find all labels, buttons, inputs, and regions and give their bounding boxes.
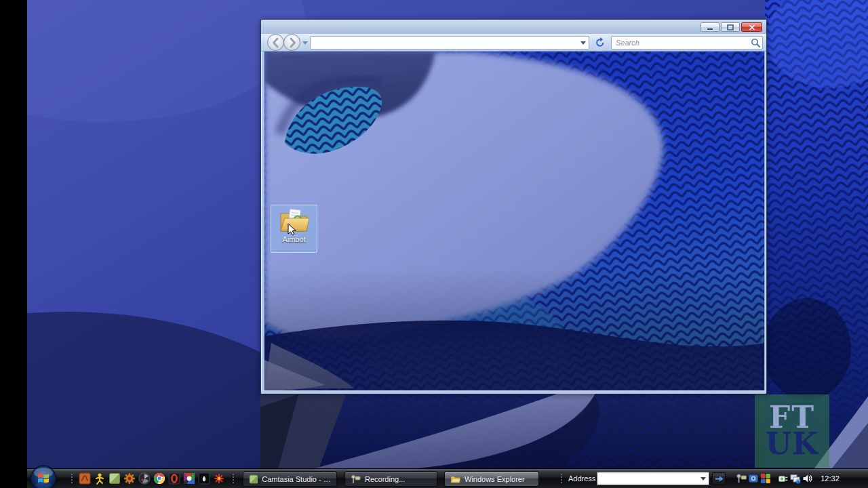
forward-arrow-icon <box>284 35 300 51</box>
minimize-icon <box>707 24 713 30</box>
address-input[interactable] <box>311 37 578 48</box>
minimize-button[interactable] <box>701 22 719 32</box>
flame-icon <box>198 472 210 485</box>
task-label: Recording... <box>365 475 405 483</box>
forward-button[interactable] <box>283 34 300 51</box>
taskbar-address-input[interactable] <box>597 473 698 484</box>
recent-pages-chevron-icon[interactable] <box>302 41 308 45</box>
webcam-tray-icon <box>748 473 759 484</box>
picasa-icon <box>183 472 195 485</box>
close-icon <box>749 24 755 30</box>
folder-icon-aimbot[interactable]: Aimbot <box>271 205 317 253</box>
gear-icon <box>123 472 136 485</box>
search-box <box>611 36 763 49</box>
refresh-icon <box>594 37 606 49</box>
taskbar-address-dropdown[interactable] <box>698 472 709 485</box>
quicklaunch-picasa[interactable] <box>183 472 195 485</box>
task-button-windows-explorer[interactable]: Windows Explorer <box>444 471 539 487</box>
power-plug-icon <box>778 473 789 484</box>
four-color-tray-icon <box>760 473 771 484</box>
quicklaunch-chrome[interactable] <box>153 472 165 485</box>
quicklaunch-shutter[interactable] <box>138 472 151 485</box>
maximize-button[interactable] <box>721 22 740 32</box>
back-button[interactable] <box>267 34 284 51</box>
task-label: Windows Explorer <box>465 475 525 483</box>
opera-icon <box>168 472 180 485</box>
quicklaunch-gear-tool[interactable] <box>123 472 136 485</box>
window-controls <box>701 22 762 32</box>
screen: FT UK <box>0 0 868 488</box>
quicklaunch-firework[interactable] <box>213 472 225 485</box>
folder-icon <box>279 207 310 235</box>
tray-power[interactable] <box>778 473 789 484</box>
refresh-button[interactable] <box>593 36 607 49</box>
window-bottom-frame <box>261 390 766 394</box>
tray-webcam[interactable] <box>748 473 759 484</box>
folder-label: Aimbot <box>282 235 305 243</box>
explorer-window: Aimbot <box>260 19 767 393</box>
address-dropdown-button[interactable] <box>578 37 589 49</box>
aim-running-man-icon <box>94 472 106 485</box>
tray-desktop-manager[interactable] <box>760 473 771 484</box>
taskbar-address-bar <box>597 472 709 485</box>
address-go-button[interactable] <box>712 472 726 485</box>
ftuk-watermark: FT UK <box>755 394 829 468</box>
firework-icon <box>213 472 225 485</box>
tray-recorder[interactable] <box>736 473 747 484</box>
start-button[interactable] <box>30 465 57 488</box>
task-button-camtasia[interactable]: Camtasia Studio - U... <box>243 471 337 487</box>
camera-shutter-icon <box>138 472 151 485</box>
content-wallpaper <box>264 52 765 390</box>
quicklaunch-opera[interactable] <box>168 472 180 485</box>
watermark-bottom-text: UK <box>766 431 819 458</box>
task-button-recording[interactable]: Recording... <box>344 471 437 487</box>
search-input[interactable] <box>612 37 749 48</box>
fractal-icon <box>79 472 91 485</box>
search-icon <box>751 38 761 48</box>
task-label: Camtasia Studio - U... <box>262 475 331 483</box>
back-arrow-icon <box>268 35 283 51</box>
navigation-toolbar <box>261 34 766 52</box>
quicklaunch-camtasia-studio[interactable] <box>108 472 121 485</box>
tray-network[interactable] <box>790 473 801 484</box>
tray-volume[interactable] <box>802 473 813 484</box>
chrome-icon <box>153 472 165 485</box>
tasks-grip[interactable] <box>232 473 235 485</box>
address-bar <box>310 36 589 49</box>
windows-logo-icon <box>30 465 57 488</box>
address-toolbar-grip[interactable] <box>560 473 564 485</box>
quicklaunch-grip[interactable] <box>71 473 74 485</box>
chevron-down-icon <box>701 477 706 481</box>
network-icon <box>790 473 801 484</box>
recorder-tray-icon <box>736 473 747 484</box>
quicklaunch-media-player[interactable] <box>198 472 210 485</box>
camtasia-task-icon <box>249 474 258 484</box>
camtasia-icon <box>108 472 121 485</box>
taskbar: Camtasia Studio - U... Recording... Wind… <box>27 468 868 488</box>
address-toolbar-label: Address <box>568 474 595 483</box>
taskbar-clock[interactable]: 12:32 <box>814 474 846 483</box>
window-titlebar[interactable] <box>261 20 766 34</box>
speaker-icon <box>802 473 813 484</box>
search-button[interactable] <box>749 38 762 48</box>
chevron-down-icon <box>580 41 586 45</box>
quicklaunch-fractal[interactable] <box>79 472 91 485</box>
maximize-icon <box>727 24 734 30</box>
close-button[interactable] <box>741 22 762 32</box>
quicklaunch-aim-messenger[interactable] <box>94 472 106 485</box>
window-content-area: Aimbot <box>264 52 765 390</box>
recorder-task-icon <box>351 474 361 484</box>
folder-task-icon <box>450 474 460 483</box>
go-arrow-icon <box>715 475 724 483</box>
